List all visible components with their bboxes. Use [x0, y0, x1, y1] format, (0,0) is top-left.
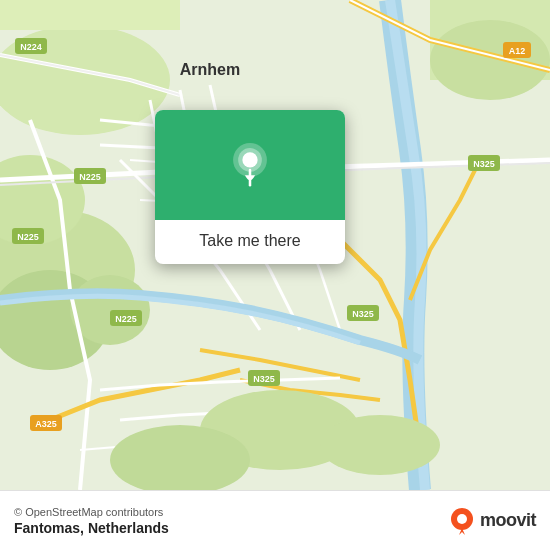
svg-text:N325: N325	[253, 374, 275, 384]
svg-text:N225: N225	[79, 172, 101, 182]
moovit-logo: moovit	[448, 507, 536, 535]
svg-text:N225: N225	[17, 232, 39, 242]
svg-text:A325: A325	[35, 419, 57, 429]
location-popup: Take me there	[155, 110, 345, 264]
take-me-there-button[interactable]: Take me there	[171, 232, 329, 250]
bottom-left-info: © OpenStreetMap contributors Fantomas, N…	[14, 506, 169, 536]
copyright-text: © OpenStreetMap contributors	[14, 506, 169, 518]
bottom-bar: © OpenStreetMap contributors Fantomas, N…	[0, 490, 550, 550]
svg-point-31	[320, 415, 440, 475]
popup-footer[interactable]: Take me there	[155, 220, 345, 264]
location-name: Fantomas, Netherlands	[14, 520, 169, 536]
svg-point-8	[430, 20, 550, 100]
svg-text:N225: N225	[115, 314, 137, 324]
map-container: N224 N225 N225 N225 A12 N325 N325 N325 A…	[0, 0, 550, 490]
svg-text:Arnhem: Arnhem	[180, 61, 240, 78]
svg-text:A12: A12	[509, 46, 526, 56]
svg-text:N224: N224	[20, 42, 42, 52]
moovit-pin-icon	[448, 507, 476, 535]
map-pin-icon	[228, 143, 272, 187]
svg-point-42	[457, 514, 467, 524]
svg-text:N325: N325	[473, 159, 495, 169]
svg-text:N325: N325	[352, 309, 374, 319]
svg-point-40	[242, 152, 257, 167]
moovit-brand-text: moovit	[480, 510, 536, 531]
svg-rect-6	[0, 0, 180, 30]
popup-header	[155, 110, 345, 220]
